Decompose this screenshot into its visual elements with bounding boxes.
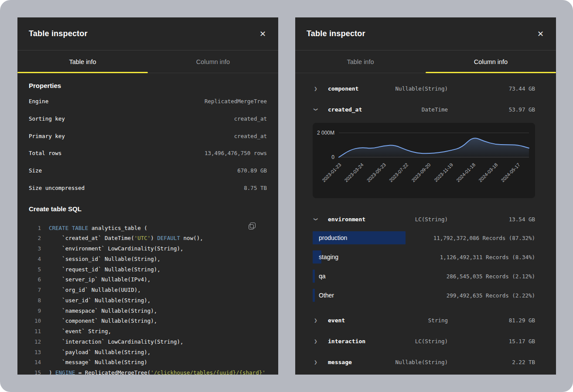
- tab-table-info[interactable]: Table info: [17, 51, 148, 73]
- sql-line-number: 1: [29, 225, 41, 231]
- column-name: message: [324, 359, 378, 365]
- sql-line: 13 `payload` Nullable(String),: [29, 347, 267, 357]
- column-row-environment[interactable]: ❯environmentLC(String)13.54 GB: [313, 209, 535, 230]
- column-size: 13.54 GB: [448, 216, 535, 223]
- modal-title: Table inspector: [307, 29, 365, 38]
- close-icon[interactable]: ✕: [258, 28, 268, 40]
- sql-line-text: CREATE TABLE analytics_table (: [49, 225, 147, 231]
- property-label: Primary key: [29, 133, 65, 139]
- column-type: Nullable(String): [378, 85, 448, 92]
- columns-list: ❯componentNullable(String)73.44 GB❯creat…: [295, 78, 556, 372]
- sql-line-number: 5: [29, 266, 41, 273]
- breakdown-label: production: [313, 234, 347, 241]
- column-name: component: [324, 85, 378, 92]
- chevron-right-icon[interactable]: ❯: [313, 359, 319, 365]
- property-value: created_at: [234, 133, 267, 139]
- y-tick-0: 0: [331, 154, 334, 160]
- x-tick-label: 2023-07-22: [388, 162, 409, 183]
- sql-line-text: ) ENGINE = ReplicatedMergeTree('/clickho…: [49, 369, 266, 375]
- column-row-event[interactable]: ❯eventString81.29 GB: [313, 310, 535, 331]
- sql-line-text: `component` Nullable(String),: [49, 318, 157, 324]
- sql-line-text: `org_id` Nullable(UUID),: [49, 287, 141, 293]
- column-type: LC(String): [378, 338, 448, 345]
- sql-line: 15) ENGINE = ReplicatedMergeTree('/click…: [29, 368, 267, 375]
- breakdown-value: 286,545,035 Records (2.12%): [447, 273, 535, 280]
- column-row-created_at[interactable]: ❯created_atDateTime53.97 GB: [313, 99, 535, 120]
- x-tick-label: 2023-01-23: [321, 162, 342, 183]
- environment-breakdown: production11,792,372,086 Records (87.32%…: [313, 231, 535, 302]
- property-value: created_at: [234, 115, 267, 122]
- column-type: LC(String): [378, 216, 448, 223]
- column-name: interaction: [324, 338, 378, 345]
- sql-line-text: `payload` Nullable(String),: [49, 349, 150, 355]
- sql-code-block: 1CREATE TABLE analytics_table (2 `create…: [29, 219, 267, 375]
- column-size: 81.29 GB: [448, 317, 535, 324]
- column-type: DateTime: [378, 106, 448, 113]
- page-background: Table inspector ✕ Table info Column info…: [0, 0, 573, 392]
- sql-line-number: 14: [29, 359, 41, 365]
- column-type: Nullable(String): [378, 359, 448, 365]
- property-value: 670.89 GB: [237, 167, 267, 174]
- copy-icon[interactable]: [248, 222, 257, 231]
- sql-line-number: 13: [29, 349, 41, 355]
- tab-column-info[interactable]: Column info: [426, 51, 556, 73]
- modal-title: Table inspector: [29, 29, 88, 38]
- sql-line: 7 `org_id` Nullable(UUID),: [29, 285, 267, 295]
- close-icon[interactable]: ✕: [535, 28, 546, 40]
- modal-header: Table inspector ✕: [295, 17, 556, 51]
- sql-line-number: 15: [29, 369, 41, 375]
- sql-line-text: `environment` LowCardinality(String),: [49, 245, 184, 252]
- table-inspector-modal-table-info: Table inspector ✕ Table info Column info…: [17, 17, 278, 375]
- property-label: Sorting key: [29, 115, 65, 122]
- sql-line-number: 9: [29, 308, 41, 314]
- column-row-component[interactable]: ❯componentNullable(String)73.44 GB: [313, 78, 535, 99]
- chevron-right-icon[interactable]: ❯: [313, 85, 319, 92]
- sql-line-number: 10: [29, 318, 41, 324]
- sql-line-number: 11: [29, 328, 41, 335]
- property-value: 13,496,476,750 rows: [205, 150, 267, 156]
- x-tick-label: 2024-05-17: [500, 162, 521, 183]
- sql-line-text: `created_at` DateTime('UTC') DEFAULT now…: [49, 235, 203, 241]
- sql-line-text: `user_id` Nullable(String),: [49, 297, 150, 304]
- sql-line: 14 `message` Nullable(String): [29, 357, 267, 368]
- column-size: 15.17 GB: [448, 338, 535, 345]
- sql-line-number: 12: [29, 338, 41, 345]
- column-name: environment: [324, 216, 378, 223]
- column-row-interaction[interactable]: ❯interactionLC(String)15.17 GB: [313, 331, 535, 351]
- breakdown-row-staging: staging1,126,492,311 Records (8.34%): [313, 250, 535, 264]
- y-tick-2000m: 2 000M: [317, 130, 334, 136]
- breakdown-label: qa: [313, 273, 326, 280]
- sql-line: 6 `server_ip` Nullable(IPv4),: [29, 274, 267, 285]
- property-label: Size uncompressed: [29, 185, 85, 191]
- breakdown-row-production: production11,792,372,086 Records (87.32%…: [313, 231, 535, 244]
- property-row: Primary keycreated_at: [29, 127, 267, 145]
- tab-table-info[interactable]: Table info: [295, 51, 426, 73]
- property-row: Size670.89 GB: [29, 162, 267, 179]
- tab-column-info[interactable]: Column info: [148, 51, 278, 73]
- sql-line-text: `event` String,: [49, 328, 111, 335]
- sql-line-number: 2: [29, 235, 41, 241]
- column-chart-card: 2 000M 0 2023-01-232023-03-242023-05-232…: [313, 123, 535, 198]
- chevron-right-icon[interactable]: ❯: [313, 338, 319, 345]
- sql-line-text: `interaction` LowCardinality(String),: [49, 338, 184, 345]
- chevron-down-icon[interactable]: ❯: [313, 216, 319, 222]
- breakdown-value: 11,792,372,086 Records (87.32%): [433, 235, 535, 241]
- sql-line-number: 6: [29, 276, 41, 283]
- sql-line: 9 `namespace` Nullable(String),: [29, 305, 267, 316]
- column-name: event: [324, 317, 378, 324]
- sql-line-text: `message` Nullable(String): [49, 359, 147, 365]
- x-tick-label: 2023-11-19: [433, 162, 454, 183]
- property-label: Total rows: [29, 150, 61, 156]
- column-name: created_at: [324, 106, 378, 113]
- chevron-right-icon[interactable]: ❯: [313, 317, 319, 324]
- sql-line-number: 8: [29, 297, 41, 304]
- sql-line: 3 `environment` LowCardinality(String),: [29, 243, 267, 254]
- property-row: Size uncompressed8.75 TB: [29, 179, 267, 196]
- tab-bar: Table info Column info: [17, 51, 278, 73]
- create-table-sql-heading: Create table SQL: [29, 203, 267, 215]
- chevron-down-icon[interactable]: ❯: [313, 106, 319, 112]
- x-tick-label: 2023-09-20: [410, 162, 431, 183]
- sql-line-number: 3: [29, 245, 41, 252]
- column-row-message[interactable]: ❯messageNullable(String)2.22 TB: [313, 351, 535, 372]
- sql-line: 4 `session_id` Nullable(String),: [29, 253, 267, 264]
